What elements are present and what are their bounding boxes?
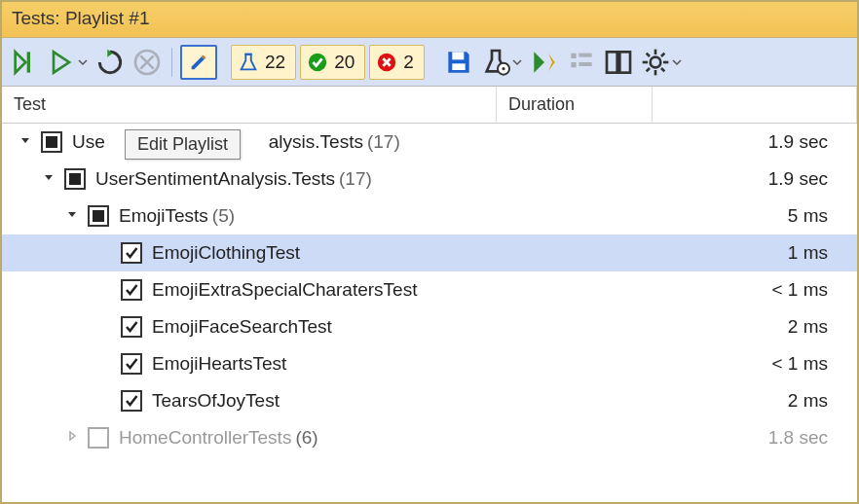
total-tests-badge[interactable]: 22 — [231, 45, 296, 80]
repeat-button[interactable] — [93, 46, 127, 79]
column-header-duration[interactable]: Duration — [497, 87, 653, 123]
tree-row[interactable]: EmojiFaceSearchTest2 ms — [2, 308, 857, 345]
columns-button[interactable] — [602, 46, 635, 79]
tree-row-label: EmojiTests — [119, 205, 208, 227]
tree-row-duration: 1.9 sec — [497, 131, 857, 153]
tree-row[interactable]: EmojiHeartsTest< 1 ms — [2, 345, 857, 382]
checkbox[interactable] — [121, 316, 142, 338]
tree-row-duration: < 1 ms — [497, 279, 857, 301]
tree-row-count: (6) — [295, 427, 317, 449]
expander-spacer — [99, 356, 115, 372]
tree-row-count: (17) — [339, 168, 372, 190]
tree-row-label: EmojiClothingTest — [152, 242, 300, 264]
run-debug-button[interactable] — [528, 46, 561, 79]
expander-spacer — [99, 245, 115, 261]
checkbox[interactable] — [121, 353, 142, 375]
tree-row-count: (5) — [212, 205, 235, 227]
tree-row-duration: < 1 ms — [497, 353, 857, 375]
svg-rect-4 — [244, 53, 251, 54]
column-header-test[interactable]: Test — [2, 87, 497, 123]
svg-line-22 — [647, 53, 650, 55]
checkbox[interactable] — [41, 131, 62, 153]
total-tests-count: 22 — [265, 52, 285, 73]
tree-row-duration: 5 ms — [497, 205, 857, 227]
checkbox[interactable] — [88, 205, 109, 227]
checkbox[interactable] — [64, 168, 86, 190]
svg-rect-13 — [571, 62, 576, 67]
tree-row-duration: 1.9 sec — [497, 168, 857, 190]
tooltip: Edit Playlist — [125, 129, 241, 160]
svg-point-17 — [651, 56, 661, 67]
options-button[interactable] — [639, 46, 672, 79]
tree-row-label: HomeControllerTests — [119, 427, 291, 449]
tree-row-label: Use — [72, 131, 105, 153]
svg-rect-12 — [579, 53, 591, 56]
test-tree: Edit Playlist Usealysis.Tests (17)1.9 se… — [2, 124, 857, 456]
expander-toggle[interactable] — [19, 134, 35, 150]
svg-line-24 — [647, 68, 650, 71]
group-button[interactable] — [565, 46, 598, 79]
checkbox[interactable] — [88, 427, 109, 449]
checkbox[interactable] — [121, 390, 142, 412]
save-button[interactable] — [442, 46, 475, 79]
tree-row-duration: 2 ms — [497, 316, 857, 338]
checkbox[interactable] — [121, 279, 142, 301]
tree-row-count: (17) — [367, 131, 400, 153]
tree-row-label: EmojiFaceSearchTest — [152, 316, 332, 338]
tree-row[interactable]: TearsOfJoyTest2 ms — [2, 382, 857, 419]
tree-row-duration: 2 ms — [497, 390, 857, 412]
x-circle-icon — [376, 52, 397, 73]
settings-flask-dropdown[interactable] — [512, 57, 522, 67]
expander-toggle[interactable] — [43, 171, 58, 187]
cancel-button[interactable] — [131, 46, 164, 79]
expander-spacer — [99, 282, 115, 298]
check-circle-icon — [307, 52, 328, 73]
svg-point-10 — [502, 67, 504, 70]
failed-tests-badge[interactable]: 2 — [369, 45, 425, 80]
expander-toggle[interactable] — [66, 430, 82, 446]
tree-row-duration: 1.8 sec — [497, 427, 857, 449]
settings-flask-button[interactable] — [479, 46, 512, 79]
toolbar: 22 20 2 — [2, 38, 857, 87]
run-all-button[interactable] — [8, 46, 41, 79]
expander-toggle[interactable] — [66, 208, 82, 224]
svg-line-23 — [661, 68, 664, 71]
svg-rect-15 — [607, 52, 617, 72]
tree-row[interactable]: EmojiExtraSpecialCharatersTest< 1 ms — [2, 271, 857, 308]
tree-row[interactable]: HomeControllerTests (6)1.8 sec — [2, 419, 857, 456]
tree-row-label: UserSentimentAnalysis.Tests — [95, 168, 335, 190]
svg-rect-0 — [27, 52, 30, 72]
options-dropdown[interactable] — [672, 57, 682, 67]
checkbox[interactable] — [121, 242, 142, 264]
run-dropdown[interactable] — [78, 57, 88, 67]
svg-rect-11 — [571, 53, 576, 57]
column-headers: Test Duration — [2, 87, 857, 124]
edit-playlist-button[interactable] — [180, 45, 217, 80]
svg-rect-14 — [579, 62, 591, 66]
expander-spacer — [99, 319, 115, 335]
svg-rect-16 — [619, 52, 630, 72]
tree-row-duration: 1 ms — [497, 242, 857, 264]
tree-row-label: EmojiExtraSpecialCharatersTest — [152, 279, 417, 301]
svg-line-25 — [661, 53, 664, 55]
tree-row-label: EmojiHeartsTest — [152, 353, 286, 375]
tree-row[interactable]: UserSentimentAnalysis.Tests (17)1.9 sec — [2, 161, 857, 198]
expander-spacer — [99, 393, 115, 409]
passed-tests-count: 20 — [334, 52, 355, 73]
svg-rect-8 — [452, 63, 465, 70]
svg-rect-7 — [452, 52, 464, 59]
window-title: Tests: Playlist #1 — [2, 2, 857, 38]
failed-tests-count: 2 — [403, 52, 414, 73]
run-button[interactable] — [45, 46, 78, 79]
tree-row-label: TearsOfJoyTest — [152, 390, 280, 412]
tree-row[interactable]: EmojiTests (5)5 ms — [2, 198, 857, 234]
pencil-icon — [188, 52, 209, 73]
flask-icon — [238, 52, 259, 73]
tree-row[interactable]: EmojiClothingTest1 ms — [2, 234, 857, 271]
passed-tests-badge[interactable]: 20 — [300, 45, 365, 80]
